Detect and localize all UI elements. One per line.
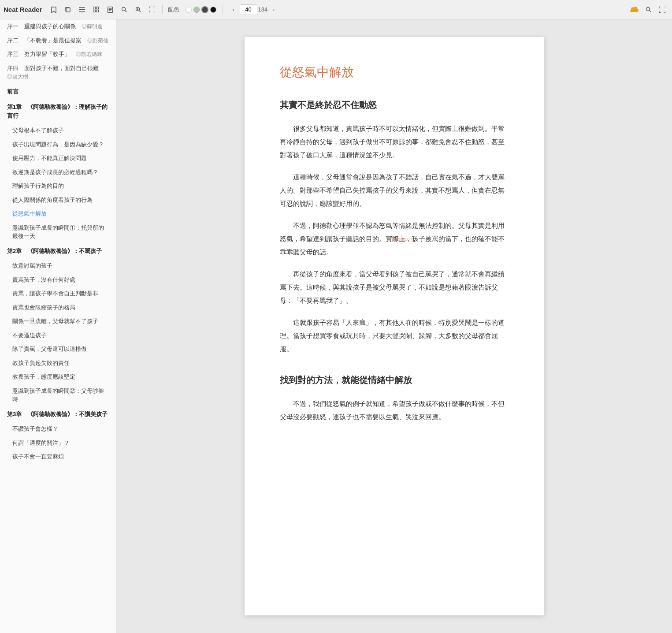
sidebar-item-sub3-2[interactable]: 何謂「適度的關注」？ <box>0 436 116 450</box>
sidebar-item-foreword[interactable]: 前言 <box>0 84 116 100</box>
sidebar-item-preface2[interactable]: 序二 「不教養」是最佳提案 ◎彭菊仙 <box>0 34 116 48</box>
section-title-1: 其實不是終於忍不住動怒 <box>280 98 509 112</box>
svg-point-12 <box>122 7 126 11</box>
app-title: Neat Reader <box>4 6 42 13</box>
content-area[interactable]: 從怒氣中解放 其實不是終於忍不住動怒 很多父母都知道，責罵孩子時不可以太情緒化，… <box>117 19 672 633</box>
search-icon[interactable] <box>118 4 130 16</box>
book-page: 從怒氣中解放 其實不是終於忍不住動怒 很多父母都知道，責罵孩子時不可以太情緒化，… <box>245 37 544 615</box>
next-page-btn[interactable]: › <box>268 4 279 15</box>
fit-icon[interactable] <box>146 4 159 16</box>
paragraph-5: 這就跟孩子容易「人來瘋」，有其他人在的時候，特別愛哭鬧是一樣的道理。當孩子想買零… <box>280 316 509 356</box>
sidebar-item-sub2-8[interactable]: 教孩子負起失敗的責任 <box>0 356 116 370</box>
sidebar-item-sub3-1[interactable]: 不讚孩子會怎樣？ <box>0 422 116 436</box>
grid-icon[interactable] <box>90 4 102 16</box>
menu-icon[interactable] <box>76 4 88 16</box>
sidebar-item-sub1-5[interactable]: 理解孩子行為的目的 <box>0 179 116 193</box>
prev-page-btn[interactable]: ‹ <box>228 4 239 15</box>
cloud-sync-icon[interactable] <box>628 4 640 16</box>
toolbar: Neat Reader <box>0 0 672 19</box>
paragraph-4: 再從孩子的角度來看，當父母看到孩子被自己罵哭了，通常就不會再繼續罵下去。這時候，… <box>280 268 509 307</box>
sidebar-author: ◎蘇明進 <box>82 23 103 30</box>
paragraph-6: 不過，我們從怒氣的例子就知道，希望孩子做或不做什麼事的時候，不但父母沒必要動怒，… <box>280 397 509 424</box>
sidebar-item-sub1-8[interactable]: 意識到孩子成長的瞬間①：托兒所的最後一天 <box>0 221 116 243</box>
main-layout: 序一 重建與孩子的心關係 ◎蘇明進序二 「不教養」是最佳提案 ◎彭菊仙序三 努力… <box>0 19 672 633</box>
page-nav: ‹ 134 › <box>228 4 279 15</box>
sidebar-item-sub2-1[interactable]: 故意討罵的孩子 <box>0 259 116 273</box>
sidebar-item-sub1-3[interactable]: 使用壓力，不能真正解決問題 <box>0 151 116 165</box>
sidebar-item-sub2-2[interactable]: 責罵孩子，沒有任何好處 <box>0 273 116 287</box>
zoom-search-icon[interactable] <box>132 4 145 16</box>
sidebar-author: ◎凱若媽咪 <box>76 51 102 57</box>
sidebar-item-sub2-6[interactable]: 不要逼迫孩子 <box>0 328 116 343</box>
sidebar-item-sub1-2[interactable]: 孩子出現問題行為，是因為缺少愛？ <box>0 138 116 152</box>
svg-rect-3 <box>79 11 85 12</box>
page-total: 134 <box>258 6 268 13</box>
sidebar-item-sub3-3[interactable]: 孩子不會一直要麻煩 <box>0 450 116 464</box>
chapter-title: 從怒氣中解放 <box>280 63 509 81</box>
page-input[interactable] <box>240 4 257 15</box>
sidebar-author: ◎彭菊仙 <box>87 37 108 44</box>
sidebar-item-sub1-1[interactable]: 父母根本不了解孩子 <box>0 123 116 138</box>
sidebar-item-sub2-9[interactable]: 教養孩子，態度應該堅定 <box>0 370 116 384</box>
sidebar-author: ◎趙大樹 <box>7 74 28 80</box>
fullscreen-icon[interactable] <box>656 4 668 16</box>
svg-rect-2 <box>79 9 85 10</box>
sidebar-item-ch3[interactable]: 第3章 《阿德勒教養論》：不讚美孩子 <box>0 406 116 422</box>
sidebar-item-sub2-4[interactable]: 責罵也會限縮孩子的格局 <box>0 301 116 315</box>
watermark-text: nayona.cn <box>377 234 412 244</box>
sidebar[interactable]: 序一 重建與孩子的心關係 ◎蘇明進序二 「不教養」是最佳提案 ◎彭菊仙序三 努力… <box>0 19 117 633</box>
svg-line-17 <box>139 11 141 12</box>
color-white[interactable] <box>186 7 192 13</box>
sidebar-item-ch1[interactable]: 第1章 《阿德勒教養論》：理解孩子的言行 <box>0 99 116 123</box>
svg-rect-5 <box>97 7 99 9</box>
svg-rect-6 <box>93 10 96 12</box>
separator-1 <box>162 5 163 14</box>
paragraph-1: 很多父母都知道，責罵孩子時不可以太情緒化，但實際上很難做到。平常再冷靜自持的父母… <box>280 122 509 162</box>
sidebar-item-sub1-7[interactable]: 從怒氣中解放 <box>0 207 116 221</box>
sidebar-item-sub2-7[interactable]: 除了責罵，父母還可以這樣做 <box>0 342 116 356</box>
color-label: 配色 <box>168 6 179 14</box>
sidebar-item-sub2-5[interactable]: 關係一旦疏離，父母就幫不了孩子 <box>0 314 116 328</box>
svg-rect-4 <box>93 7 96 9</box>
sidebar-item-sub2-10[interactable]: 意識到孩子成長的瞬間②：父母吵架時 <box>0 384 116 406</box>
sidebar-item-sub1-4[interactable]: 叛逆期是孩子成長的必經過程嗎？ <box>0 165 116 179</box>
color-darkgray[interactable] <box>201 6 208 13</box>
svg-line-19 <box>649 11 651 12</box>
color-group <box>186 6 216 13</box>
color-green[interactable] <box>193 7 200 13</box>
paragraph-2: 這種時候，父母通常會說是因為孩子不聽話，自己實在氣不過，才大聲罵人的。對那些不希… <box>280 171 509 210</box>
sidebar-item-sub1-6[interactable]: 從人際關係的角度看孩子的行為 <box>0 193 116 207</box>
sidebar-item-preface4[interactable]: 序四 面對孩子不難，面對自己很難 ◎趙大樹 <box>0 61 116 84</box>
svg-rect-0 <box>66 8 70 12</box>
copy-icon[interactable] <box>62 4 74 16</box>
separator-2 <box>223 5 223 14</box>
sidebar-item-sub2-3[interactable]: 責罵，讓孩子學不會自主判斷是非 <box>0 287 116 301</box>
sidebar-item-preface1[interactable]: 序一 重建與孩子的心關係 ◎蘇明進 <box>0 19 116 34</box>
svg-rect-1 <box>79 7 85 8</box>
sidebar-item-ch2[interactable]: 第2章 《阿德勒教養論》：不罵孩子 <box>0 243 116 259</box>
svg-point-18 <box>646 7 650 11</box>
bookmark-icon[interactable] <box>48 4 60 16</box>
svg-line-13 <box>125 11 127 12</box>
doc-icon[interactable] <box>104 4 116 16</box>
section-title-2: 找到對的方法，就能從情緒中解放 <box>280 373 509 387</box>
sidebar-item-preface3[interactable]: 序三 努力學習「收手」 ◎凱若媽咪 <box>0 47 116 61</box>
color-black[interactable] <box>210 7 216 13</box>
svg-rect-7 <box>97 10 99 12</box>
paragraph-3: 不過，阿德勒心理學並不認為怒氣等情緒是無法控制的。父母其實是利用怒氣，希望達到讓… <box>280 219 509 259</box>
right-icons <box>628 4 668 16</box>
toolbar-search-icon[interactable] <box>642 4 654 16</box>
